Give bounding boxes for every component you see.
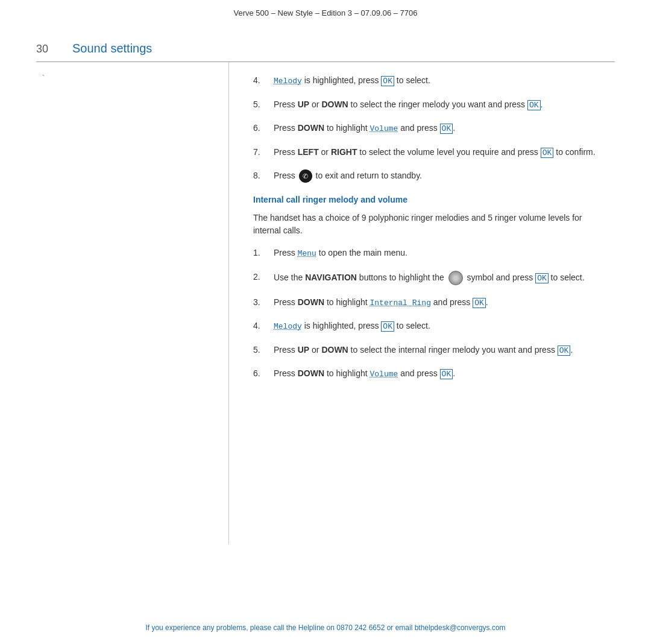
list-item: 3. Press DOWN to highlight Internal Ring… — [253, 296, 597, 309]
chapter-title: Sound settings — [72, 42, 152, 55]
right-column: 4. Melody is highlighted, press OK to se… — [229, 62, 615, 545]
list-item: 7. Press LEFT or RIGHT to select the vol… — [253, 146, 597, 159]
steps-top-list: 4. Melody is highlighted, press OK to se… — [253, 74, 597, 183]
list-item: 5. Press UP or DOWN to select the intern… — [253, 344, 597, 357]
tick-mark: ` — [42, 74, 45, 83]
footer: If you experience any problems, please c… — [0, 614, 651, 644]
subheading: Internal call ringer melody and volume — [253, 195, 597, 204]
steps-bottom-list: 1. Press Menu to open the main menu. 2. … — [253, 247, 597, 380]
list-item: 6. Press DOWN to highlight Volume and pr… — [253, 367, 597, 380]
navigation-icon — [448, 271, 463, 285]
page-header: Verve 500 – New Style – Edition 3 – 07.0… — [0, 0, 651, 24]
phone-end-icon: ✆ — [299, 169, 312, 183]
list-item: 1. Press Menu to open the main menu. — [253, 247, 597, 260]
left-column: ` — [36, 62, 229, 545]
list-item: 6. Press DOWN to highlight Volume and pr… — [253, 122, 597, 135]
chapter-number: 30 — [36, 43, 60, 55]
list-item: 4. Melody is highlighted, press OK to se… — [253, 320, 597, 333]
chapter-header: 30 Sound settings — [36, 24, 615, 62]
list-item: 8. Press ✆ to exit and return to standby… — [253, 169, 597, 183]
list-item: 5. Press UP or DOWN to select the ringer… — [253, 98, 597, 112]
list-item: 4. Melody is highlighted, press OK to se… — [253, 74, 597, 87]
content-area: ` 4. Melody is highlighted, press OK to … — [36, 62, 615, 545]
section-description: The handset has a choice of 9 polyphonic… — [253, 212, 597, 237]
list-item: 2. Use the NAVIGATION buttons to highlig… — [253, 271, 597, 285]
internal-call-section: Internal call ringer melody and volume T… — [253, 195, 597, 237]
